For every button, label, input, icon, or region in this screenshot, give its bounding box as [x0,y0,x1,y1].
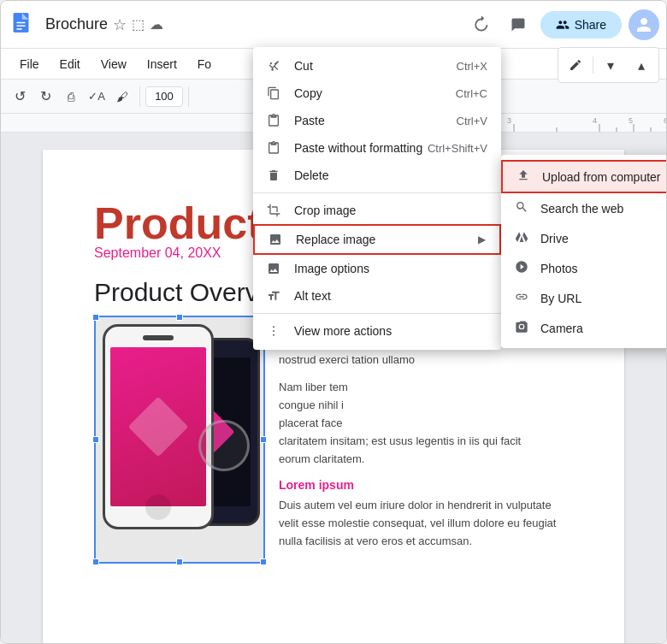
toolbar-divider-1 [139,86,140,107]
toolbar-undo[interactable]: ↺ [8,85,32,109]
toolbar-print[interactable]: ⎙ [59,85,83,109]
context-menu: Cut Ctrl+X Copy Ctrl+C Paste Ctrl+V [253,47,501,350]
ctx-paste-label: Paste [294,114,457,127]
floating-editing-toolbar: ▾ ▴ [558,47,659,83]
ctx-replace-image[interactable]: Replace image ▶ [253,224,501,255]
handle-bot-left[interactable] [92,558,99,565]
cut-icon [267,59,284,73]
ctx-alt-text-label: Alt text [294,289,487,303]
star-icon[interactable]: ☆ [113,15,127,34]
ctx-image-options-label: Image options [294,262,487,275]
user-avatar[interactable] [629,9,659,40]
search-web-icon [515,200,532,216]
edit-pencil-btn[interactable] [562,51,589,79]
menu-view[interactable]: View [92,54,135,74]
top-right-icons: Share [465,9,659,40]
handle-bot-right[interactable] [260,558,267,565]
crop-icon [267,204,284,217]
svg-text:4: 4 [593,116,597,125]
replace-icon [269,233,286,246]
ctx-copy-shortcut: Ctrl+C [456,87,487,100]
ctx-more-actions-label: View more actions [294,324,487,338]
app-window: Brochure ☆ ⬚ ☁ Share [0,0,667,644]
share-label: Share [575,18,606,32]
replace-submenu: Upload from computer Search the web Driv… [501,155,667,348]
submenu-by-url[interactable]: By URL [501,283,667,313]
svg-text:6: 6 [664,116,666,125]
submenu-search-web[interactable]: Search the web [501,193,667,223]
paste-no-format-icon [267,141,284,155]
google-docs-icon [8,9,38,40]
toolbar-redo[interactable]: ↻ [33,85,57,109]
title-icons: ☆ ⬚ ☁ [113,15,163,34]
ctx-paste-no-format-shortcut: Ctrl+Shift+V [428,142,487,155]
ctx-cut-shortcut: Ctrl+X [457,60,487,73]
toolbar-spellcheck[interactable]: ✓A [85,85,109,109]
comments-icon[interactable] [503,9,534,40]
svg-text:3: 3 [507,116,511,125]
svg-point-25 [273,326,274,328]
ctx-copy[interactable]: Copy Ctrl+C [253,80,501,107]
ctx-delete-label: Delete [294,168,487,182]
submenu-camera[interactable]: Camera [501,313,667,343]
menu-file[interactable]: File [11,54,48,74]
lorem-body: Duis autem vel eum iriure dolor in hendr… [279,497,573,550]
handle-mid-right[interactable] [260,436,267,443]
submenu-photos-label: Photos [540,262,578,275]
more-actions-icon [267,324,284,338]
float-chevron-down[interactable]: ▾ [597,51,624,79]
ctx-cut[interactable]: Cut Ctrl+X [253,52,501,80]
handle-top-mid[interactable] [176,314,183,321]
lorem-heading: Lorem ipsum [279,478,573,492]
ctx-copy-label: Copy [294,86,456,100]
replace-arrow-icon: ▶ [478,233,486,245]
ctx-paste-no-format-label: Paste without formatting [294,141,428,155]
photos-icon [515,260,532,276]
float-chevron-up[interactable]: ▴ [628,51,655,79]
upload-icon [516,168,534,185]
zoom-input[interactable] [145,86,183,107]
submenu-upload-label: Upload from computer [542,170,661,184]
delete-icon [267,168,284,182]
ctx-crop[interactable]: Crop image [253,197,501,224]
ctx-alt-text[interactable]: Alt text [253,282,501,310]
cloud-icon[interactable]: ☁ [150,16,163,32]
folder-icon[interactable]: ⬚ [132,16,145,32]
menu-edit[interactable]: Edit [51,54,89,74]
svg-text:5: 5 [629,116,633,125]
ctx-divider-2 [253,313,501,314]
alt-text-icon [267,289,284,303]
svg-point-26 [273,330,274,332]
submenu-search-label: Search the web [540,202,623,216]
selected-image[interactable] [94,316,265,564]
menu-insert[interactable]: Insert [139,54,186,74]
handle-top-left[interactable] [92,314,99,321]
right-content: Lorem ipsum dolor sit amet, tincidunt ut… [279,316,573,564]
share-button[interactable]: Share [540,11,622,38]
submenu-photos[interactable]: Photos [501,253,667,283]
toolbar-paint-format[interactable]: 🖌 [110,85,134,109]
ctx-paste-no-format[interactable]: Paste without formatting Ctrl+Shift+V [253,134,501,162]
ctx-paste[interactable]: Paste Ctrl+V [253,107,501,134]
submenu-drive[interactable]: Drive [501,223,667,253]
ctx-image-options[interactable]: Image options [253,255,501,282]
handle-mid-left[interactable] [92,436,99,443]
submenu-drive-label: Drive [540,232,569,245]
drive-icon [515,230,532,246]
image-options-icon [267,262,284,275]
url-icon [515,290,532,306]
handle-bot-mid[interactable] [176,558,183,565]
submenu-camera-label: Camera [540,322,583,335]
toolbar-divider-2 [188,86,189,107]
submenu-upload[interactable]: Upload from computer [501,160,667,193]
paste-icon [267,114,284,127]
svg-point-27 [273,334,274,336]
menu-format[interactable]: Fo [189,54,220,74]
camera-icon [515,320,532,336]
ctx-paste-shortcut: Ctrl+V [457,115,487,127]
ctx-delete[interactable]: Delete [253,162,501,189]
history-icon[interactable] [465,9,496,40]
ctx-more-actions[interactable]: View more actions [253,317,501,345]
copy-icon [267,86,284,100]
right-text: Nam liber tem congue nihil i placerat fa… [279,379,573,468]
